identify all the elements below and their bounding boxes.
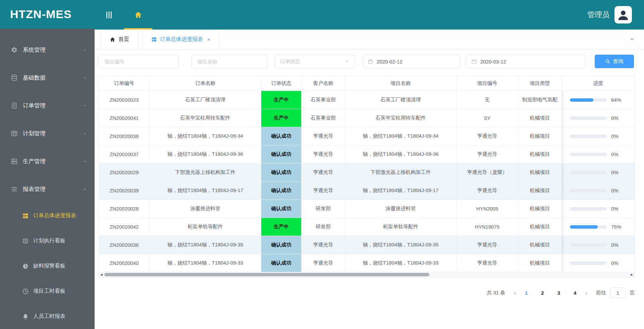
avatar[interactable]	[614, 6, 632, 23]
progress-bar: 0%	[562, 133, 635, 139]
table-row: ZN20020038 轴，烧结T1804轴，T1804J-09-34 确认成功 …	[99, 127, 635, 145]
sidebar-subitem-label: 项目工时看板	[33, 288, 65, 295]
table-column-header: 项目名称	[345, 76, 457, 91]
cell-order-status: 确认成功	[261, 163, 302, 182]
status-badge: 生产中	[261, 218, 301, 236]
cell-order-no: ZN20020023	[99, 91, 150, 109]
cell-project-name: 轴，烧结T1804轴，T1804J-09-35	[345, 236, 457, 254]
project-name-input[interactable]	[192, 55, 268, 68]
date-from-picker[interactable]: 2020-02-12	[363, 55, 460, 68]
cell-progress: 0%	[562, 127, 635, 145]
cell-customer: 石英事业部	[302, 91, 345, 109]
cell-customer: 亨通光导	[302, 127, 345, 145]
progress-label: 0%	[611, 115, 627, 121]
cell-customer: 亨通光导	[302, 145, 345, 163]
tabs-dropdown-chevron-icon[interactable]	[629, 36, 635, 42]
search-icon	[605, 59, 610, 64]
horizontal-scrollbar[interactable]: ◀ ▶	[99, 272, 635, 277]
sidebar-submenu-item[interactable]: 订单总体进度报表	[0, 203, 95, 228]
plan-board-icon	[22, 238, 29, 244]
sidebar-submenu-item[interactable]: 计划执行看板	[0, 228, 95, 253]
order-status-select[interactable]: 订单状态	[274, 55, 355, 68]
progress-label: 0%	[611, 188, 627, 193]
cell-order-no: ZN20020041	[99, 109, 150, 127]
tab[interactable]: 首页	[101, 30, 138, 49]
cell-progress: 0%	[562, 109, 635, 127]
sidebar-menu-item[interactable]: 生产管理	[0, 147, 95, 175]
next-page-icon[interactable]: ›	[585, 289, 587, 296]
cell-project-no: SY	[457, 109, 518, 127]
progress-track	[570, 189, 607, 192]
cell-progress: 0%	[562, 200, 635, 218]
cell-order-name: 下部激光器上移机构加工件	[150, 163, 261, 182]
sidebar-item-label: 报表管理	[23, 185, 46, 193]
cell-project-type: 机械项目	[518, 218, 562, 236]
sidebar-menu-item[interactable]: 系统管理	[0, 36, 95, 64]
prev-page-icon[interactable]: ‹	[514, 289, 516, 296]
search-button[interactable]: 查询	[595, 55, 634, 68]
cell-project-type: 机械项目	[518, 200, 562, 218]
cell-order-status: 确认成功	[261, 145, 302, 163]
cell-project-name: 石英华宝柱周转车配件	[345, 109, 457, 127]
sidebar-menu-item[interactable]: 报表管理	[0, 175, 95, 203]
status-badge: 确认成功	[261, 200, 301, 218]
content: 订单状态 2020-02-12 2020-03-12	[95, 50, 644, 329]
progress-bar: 0%	[562, 242, 635, 248]
main-area: 管理员 首页 订单总体进度报表 ×	[95, 0, 644, 329]
table-row: ZN20020029 下部激光器上移机构加工件 确认成功 亨通光导 下部激光器上…	[99, 163, 635, 182]
report-list-icon	[151, 37, 157, 42]
close-icon[interactable]: ×	[207, 37, 210, 42]
progress-label: 64%	[611, 97, 627, 103]
progress-bar: 64%	[562, 97, 635, 103]
date-from-value: 2020-02-12	[377, 59, 402, 64]
date-to-picker[interactable]: 2020-03-12	[466, 55, 585, 68]
page-number[interactable]: 1	[525, 290, 528, 296]
progress-bar: 0%	[562, 206, 635, 211]
page-number[interactable]: 4	[574, 290, 576, 296]
sidebar-submenu-item[interactable]: 缺料报警看板	[0, 253, 95, 279]
sidebar-item-label: 基础数据	[23, 74, 46, 82]
progress-fill	[570, 225, 598, 229]
status-badge: 确认成功	[261, 254, 301, 272]
sidebar-subitem-label: 计划执行看板	[33, 237, 65, 244]
scroll-left-arrow-icon[interactable]: ◀	[99, 273, 104, 277]
progress-track	[570, 135, 607, 138]
cell-order-name: 桁架单轨等配件	[150, 218, 261, 236]
cell-progress: 0%	[562, 163, 635, 182]
progress-track	[570, 98, 607, 102]
sidebar-menu-item[interactable]: 订单管理	[0, 92, 95, 120]
sidebar-menu-item[interactable]: 基础数据	[0, 64, 95, 92]
cell-project-name: 轴，烧结T1804轴，T1804J-09-17	[345, 182, 457, 200]
scrollbar-thumb[interactable]	[104, 273, 429, 276]
cell-project-no: HYN2005	[457, 200, 518, 218]
tab[interactable]: 订单总体进度报表 ×	[142, 30, 219, 49]
page-number[interactable]: 2	[541, 290, 544, 296]
cell-project-name: 轴，烧结T1804轴，T1804J-09-34	[345, 127, 457, 145]
filter-bar: 订单状态 2020-02-12 2020-03-12	[99, 55, 635, 68]
home-button[interactable]	[124, 0, 152, 30]
progress-fill	[570, 98, 593, 102]
cell-order-no: ZN20020042	[99, 218, 150, 236]
sidebar-submenu-item[interactable]: 项目工时看板	[0, 279, 95, 304]
progress-track	[570, 171, 607, 174]
page-number[interactable]: 3	[557, 290, 560, 296]
cell-project-name: 石英工厂楼顶清理	[345, 91, 457, 109]
sidebar-submenu-item[interactable]: 人员工时报表	[0, 304, 95, 329]
scroll-right-arrow-icon[interactable]: ▶	[629, 273, 634, 277]
goto-page: 前往 页	[596, 287, 635, 298]
cell-project-no: 亨通光导（庞耀）	[457, 163, 518, 182]
cell-order-status: 生产中	[261, 218, 302, 236]
cell-progress: 0%	[562, 182, 635, 200]
project-no-input[interactable]	[99, 55, 179, 68]
database-icon	[11, 74, 18, 81]
table-row: ZN20020042 桁架单轨等配件 生产中 研发部 桁架单轨等配件 HYN19…	[99, 218, 635, 236]
collapse-menu-icon[interactable]	[105, 10, 113, 19]
cell-project-name: 轴，烧结T1804轴，T1804J-09-36	[345, 145, 457, 163]
personnel-hours-icon	[22, 313, 29, 320]
goto-page-input[interactable]	[610, 287, 626, 298]
cell-order-status: 生产中	[261, 109, 302, 127]
user-name[interactable]: 管理员	[587, 10, 609, 20]
sidebar-item-label: 订单管理	[23, 102, 46, 109]
progress-report-icon	[22, 213, 29, 219]
sidebar-menu-item[interactable]: 计划管理	[0, 120, 95, 147]
